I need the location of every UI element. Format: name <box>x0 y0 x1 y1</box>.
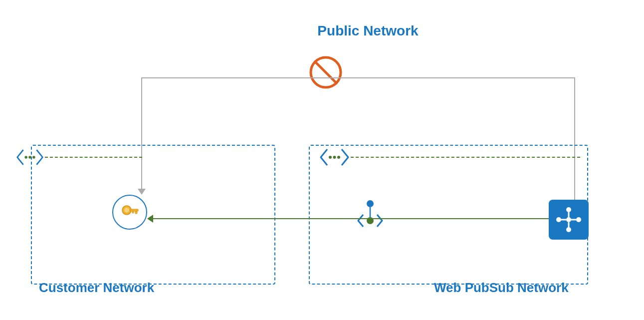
horizontal-arrow-line <box>152 218 556 219</box>
dashed-line-right <box>351 157 580 158</box>
svg-point-7 <box>337 156 340 159</box>
svg-point-20 <box>576 217 581 222</box>
customer-endpoint-icon <box>15 147 45 167</box>
svg-rect-12 <box>132 211 134 213</box>
customer-network-box <box>31 145 275 285</box>
public-network-label: Public Network <box>309 23 427 39</box>
svg-line-1 <box>314 61 337 84</box>
diagram: Public Network Customer Network Web PubS… <box>0 0 644 320</box>
key-icon <box>112 195 147 230</box>
pubsub-endpoint-icon <box>317 147 352 167</box>
azure-pubsub-service-icon <box>549 200 589 240</box>
svg-point-3 <box>28 156 31 159</box>
svg-point-2 <box>24 156 27 159</box>
svg-point-4 <box>32 156 35 159</box>
no-symbol-icon <box>308 55 343 90</box>
svg-rect-10 <box>130 209 138 211</box>
svg-rect-11 <box>135 211 137 214</box>
pubsub-network-label: Web PubSub Network <box>434 280 569 296</box>
svg-point-16 <box>566 217 571 222</box>
svg-point-13 <box>367 200 374 207</box>
svg-point-18 <box>566 227 571 232</box>
dashed-line-left <box>45 157 142 158</box>
svg-point-19 <box>556 217 561 222</box>
svg-point-5 <box>329 156 332 159</box>
svg-point-9 <box>124 208 129 213</box>
svg-point-6 <box>333 156 336 159</box>
private-endpoint-icon <box>354 200 387 235</box>
customer-network-label: Customer Network <box>39 280 154 296</box>
top-horizontal-line <box>141 77 575 78</box>
svg-point-17 <box>566 207 571 212</box>
arrowhead-left <box>147 215 153 223</box>
